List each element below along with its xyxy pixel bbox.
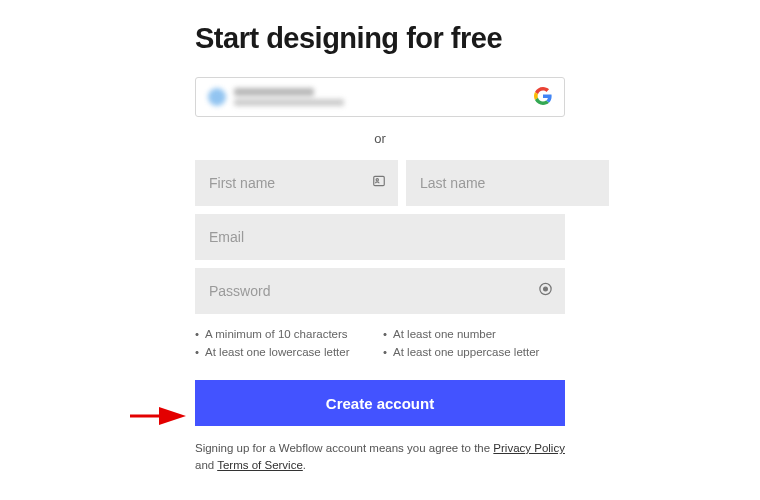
first-name-field[interactable] — [195, 160, 398, 206]
annotation-arrow-icon — [128, 404, 190, 428]
privacy-policy-link[interactable]: Privacy Policy — [493, 442, 565, 454]
password-requirements: A minimum of 10 characters At least one … — [195, 322, 565, 358]
divider-text: or — [195, 131, 565, 146]
signup-form: Start designing for free or — [195, 0, 565, 475]
legal-text: Signing up for a Webflow account means y… — [195, 440, 565, 475]
password-field[interactable] — [195, 268, 565, 314]
create-account-button[interactable]: Create account — [195, 380, 565, 426]
page-title: Start designing for free — [195, 22, 565, 55]
google-icon — [534, 87, 552, 108]
hint-item: A minimum of 10 characters — [195, 328, 377, 340]
hint-item: At least one lowercase letter — [195, 346, 377, 358]
hint-item: At least one number — [383, 328, 565, 340]
avatar — [208, 88, 226, 106]
last-name-field[interactable] — [406, 160, 609, 206]
terms-of-service-link[interactable]: Terms of Service — [217, 459, 303, 471]
hint-item: At least one uppercase letter — [383, 346, 565, 358]
email-field[interactable] — [195, 214, 565, 260]
google-account-preview — [208, 88, 344, 106]
google-signin-button[interactable] — [195, 77, 565, 117]
